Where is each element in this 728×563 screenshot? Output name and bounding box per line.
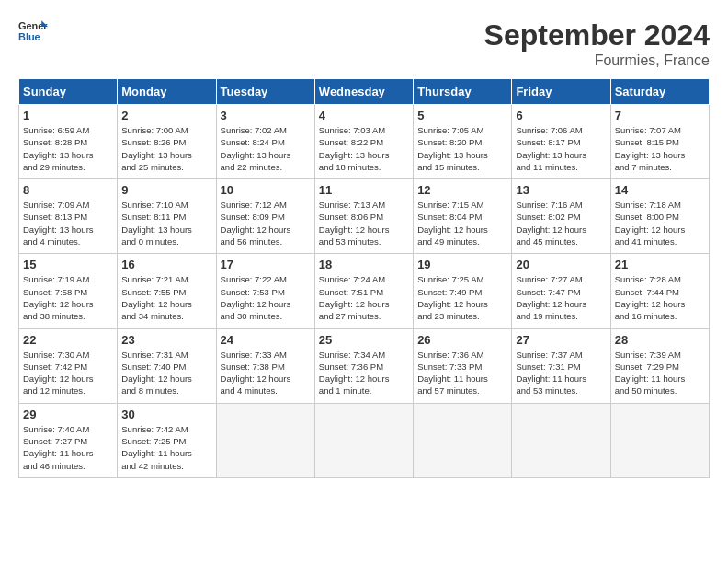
calendar-cell: 17Sunrise: 7:22 AMSunset: 7:53 PMDayligh…: [216, 254, 314, 328]
calendar-cell: [610, 403, 709, 477]
day-info: Sunrise: 7:10 AMSunset: 8:11 PMDaylight:…: [121, 199, 211, 247]
day-info: Sunrise: 7:00 AMSunset: 8:26 PMDaylight:…: [121, 124, 211, 173]
column-header-thursday: Thursday: [414, 79, 512, 105]
calendar-cell: 14Sunrise: 7:18 AMSunset: 8:00 PMDayligh…: [610, 179, 709, 254]
day-info: Sunrise: 7:42 AMSunset: 7:25 PMDaylight:…: [121, 423, 211, 472]
day-number: 22: [23, 333, 113, 347]
day-number: 12: [417, 183, 507, 197]
day-info: Sunrise: 7:27 AMSunset: 7:47 PMDaylight:…: [516, 273, 606, 322]
calendar-cell: 13Sunrise: 7:16 AMSunset: 8:02 PMDayligh…: [512, 179, 610, 254]
calendar-cell: 12Sunrise: 7:15 AMSunset: 8:04 PMDayligh…: [414, 179, 512, 254]
day-info: Sunrise: 6:59 AMSunset: 8:28 PMDaylight:…: [23, 124, 113, 173]
day-info: Sunrise: 7:34 AMSunset: 7:36 PMDaylight:…: [319, 349, 409, 397]
day-info: Sunrise: 7:05 AMSunset: 8:20 PMDaylight:…: [417, 124, 507, 173]
title-area: September 2024 Fourmies, France: [484, 18, 710, 69]
day-info: Sunrise: 7:03 AMSunset: 8:22 PMDaylight:…: [319, 124, 409, 173]
column-header-saturday: Saturday: [610, 79, 709, 105]
day-number: 20: [516, 258, 606, 271]
calendar-cell: 11Sunrise: 7:13 AMSunset: 8:06 PMDayligh…: [314, 179, 413, 254]
calendar-cell: 18Sunrise: 7:24 AMSunset: 7:51 PMDayligh…: [314, 254, 413, 328]
day-number: 27: [516, 333, 606, 347]
calendar-week-row: 8Sunrise: 7:09 AMSunset: 8:13 PMDaylight…: [19, 179, 710, 254]
calendar-cell: 24Sunrise: 7:33 AMSunset: 7:38 PMDayligh…: [216, 328, 314, 403]
day-number: 19: [417, 258, 507, 271]
day-info: Sunrise: 7:30 AMSunset: 7:42 PMDaylight:…: [23, 349, 113, 397]
column-header-monday: Monday: [118, 79, 216, 105]
column-header-friday: Friday: [512, 79, 610, 105]
day-number: 9: [121, 183, 211, 197]
day-number: 13: [516, 183, 606, 197]
day-number: 3: [221, 109, 311, 122]
calendar-week-row: 1Sunrise: 6:59 AMSunset: 8:28 PMDaylight…: [19, 105, 710, 179]
day-info: Sunrise: 7:28 AMSunset: 7:44 PMDaylight:…: [615, 273, 705, 322]
calendar-body: 1Sunrise: 6:59 AMSunset: 8:28 PMDaylight…: [19, 105, 710, 478]
day-info: Sunrise: 7:18 AMSunset: 8:00 PMDaylight:…: [615, 199, 705, 247]
calendar-cell: 23Sunrise: 7:31 AMSunset: 7:40 PMDayligh…: [118, 328, 216, 403]
calendar-week-row: 29Sunrise: 7:40 AMSunset: 7:27 PMDayligh…: [19, 403, 710, 477]
day-info: Sunrise: 7:31 AMSunset: 7:40 PMDaylight:…: [121, 349, 211, 397]
day-number: 14: [615, 183, 705, 197]
day-info: Sunrise: 7:24 AMSunset: 7:51 PMDaylight:…: [319, 273, 409, 322]
calendar-cell: 3Sunrise: 7:02 AMSunset: 8:24 PMDaylight…: [216, 105, 314, 179]
day-info: Sunrise: 7:22 AMSunset: 7:53 PMDaylight:…: [221, 273, 311, 322]
day-info: Sunrise: 7:07 AMSunset: 8:15 PMDaylight:…: [615, 124, 705, 173]
calendar-cell: 22Sunrise: 7:30 AMSunset: 7:42 PMDayligh…: [19, 328, 118, 403]
calendar-cell: 7Sunrise: 7:07 AMSunset: 8:15 PMDaylight…: [610, 105, 709, 179]
calendar-cell: [216, 403, 314, 477]
calendar-week-row: 22Sunrise: 7:30 AMSunset: 7:42 PMDayligh…: [19, 328, 710, 403]
calendar-cell: 5Sunrise: 7:05 AMSunset: 8:20 PMDaylight…: [414, 105, 512, 179]
calendar-cell: 1Sunrise: 6:59 AMSunset: 8:28 PMDaylight…: [19, 105, 118, 179]
day-number: 8: [23, 183, 113, 197]
day-number: 5: [417, 109, 507, 122]
day-number: 11: [319, 183, 409, 197]
month-title: September 2024: [484, 18, 710, 52]
day-number: 6: [516, 109, 606, 122]
day-number: 15: [23, 258, 113, 271]
day-number: 25: [319, 333, 409, 347]
day-info: Sunrise: 7:15 AMSunset: 8:04 PMDaylight:…: [417, 199, 507, 247]
page-header: General Blue September 2024 Fourmies, Fr…: [18, 18, 710, 69]
day-number: 30: [121, 408, 211, 421]
calendar-cell: 28Sunrise: 7:39 AMSunset: 7:29 PMDayligh…: [610, 328, 709, 403]
column-header-wednesday: Wednesday: [314, 79, 413, 105]
calendar-cell: 21Sunrise: 7:28 AMSunset: 7:44 PMDayligh…: [610, 254, 709, 328]
day-info: Sunrise: 7:16 AMSunset: 8:02 PMDaylight:…: [516, 199, 606, 247]
day-number: 17: [221, 258, 311, 271]
day-number: 7: [615, 109, 705, 122]
day-number: 21: [615, 258, 705, 271]
day-info: Sunrise: 7:12 AMSunset: 8:09 PMDaylight:…: [221, 199, 311, 247]
day-info: Sunrise: 7:09 AMSunset: 8:13 PMDaylight:…: [23, 199, 113, 247]
logo-icon: General Blue: [18, 18, 48, 44]
day-info: Sunrise: 7:02 AMSunset: 8:24 PMDaylight:…: [221, 124, 311, 173]
calendar-table: SundayMondayTuesdayWednesdayThursdayFrid…: [18, 78, 710, 478]
svg-text:Blue: Blue: [18, 31, 40, 42]
calendar-cell: 9Sunrise: 7:10 AMSunset: 8:11 PMDaylight…: [118, 179, 216, 254]
calendar-cell: 27Sunrise: 7:37 AMSunset: 7:31 PMDayligh…: [512, 328, 610, 403]
day-info: Sunrise: 7:33 AMSunset: 7:38 PMDaylight:…: [221, 349, 311, 397]
day-number: 18: [319, 258, 409, 271]
column-header-tuesday: Tuesday: [216, 79, 314, 105]
day-number: 23: [121, 333, 211, 347]
calendar-cell: 30Sunrise: 7:42 AMSunset: 7:25 PMDayligh…: [118, 403, 216, 477]
calendar-cell: 2Sunrise: 7:00 AMSunset: 8:26 PMDaylight…: [118, 105, 216, 179]
day-info: Sunrise: 7:19 AMSunset: 7:58 PMDaylight:…: [23, 273, 113, 322]
calendar-week-row: 15Sunrise: 7:19 AMSunset: 7:58 PMDayligh…: [19, 254, 710, 328]
calendar-cell: 8Sunrise: 7:09 AMSunset: 8:13 PMDaylight…: [19, 179, 118, 254]
day-number: 16: [121, 258, 211, 271]
day-info: Sunrise: 7:25 AMSunset: 7:49 PMDaylight:…: [417, 273, 507, 322]
day-number: 1: [23, 109, 113, 122]
column-header-sunday: Sunday: [19, 79, 118, 105]
day-info: Sunrise: 7:37 AMSunset: 7:31 PMDaylight:…: [516, 349, 606, 397]
calendar-header-row: SundayMondayTuesdayWednesdayThursdayFrid…: [19, 79, 710, 105]
logo: General Blue: [18, 18, 48, 44]
day-number: 24: [221, 333, 311, 347]
day-number: 10: [221, 183, 311, 197]
calendar-cell: 20Sunrise: 7:27 AMSunset: 7:47 PMDayligh…: [512, 254, 610, 328]
calendar-cell: 19Sunrise: 7:25 AMSunset: 7:49 PMDayligh…: [414, 254, 512, 328]
calendar-cell: 15Sunrise: 7:19 AMSunset: 7:58 PMDayligh…: [19, 254, 118, 328]
calendar-cell: [512, 403, 610, 477]
day-number: 28: [615, 333, 705, 347]
day-info: Sunrise: 7:40 AMSunset: 7:27 PMDaylight:…: [23, 423, 113, 472]
calendar-cell: 16Sunrise: 7:21 AMSunset: 7:55 PMDayligh…: [118, 254, 216, 328]
calendar-cell: 26Sunrise: 7:36 AMSunset: 7:33 PMDayligh…: [414, 328, 512, 403]
